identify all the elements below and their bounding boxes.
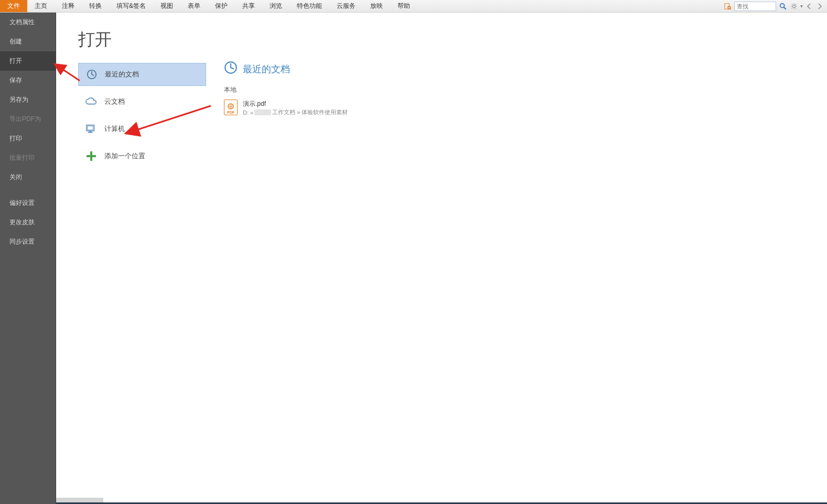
sidebar-item-create[interactable]: 创建: [0, 32, 56, 51]
recent-location-label: 本地: [224, 85, 827, 94]
menu-browse[interactable]: 浏览: [262, 0, 289, 12]
nav-forward-icon[interactable]: [815, 2, 824, 10]
menu-features[interactable]: 特色功能: [289, 0, 329, 12]
sidebar-item-skin[interactable]: 更改皮肤: [0, 213, 56, 232]
svg-rect-10: [88, 132, 93, 133]
clock-icon: [86, 69, 98, 80]
sub-item-recent[interactable]: 最近的文档: [78, 63, 206, 86]
menu-convert[interactable]: 转换: [82, 0, 109, 12]
sidebar-item-print[interactable]: 打印: [0, 129, 56, 148]
recent-file-path: D: » 工作文档 » 体验软件使用素材: [243, 108, 348, 116]
sub-item-label: 添加一个位置: [104, 151, 145, 161]
menu-share[interactable]: 共享: [235, 0, 262, 12]
settings-gear-icon[interactable]: [790, 2, 798, 10]
menu-fill-sign[interactable]: 填写&签名: [109, 0, 153, 12]
sub-item-add-location[interactable]: 添加一个位置: [78, 145, 206, 168]
sidebar-item-batch-print[interactable]: 批量打印: [0, 148, 56, 168]
pdf-file-icon: PDF: [224, 100, 238, 115]
sidebar-item-properties[interactable]: 文档属性: [0, 13, 56, 32]
svg-line-4: [784, 7, 786, 9]
sub-item-label: 最近的文档: [105, 70, 139, 79]
page-title: 打开: [78, 28, 205, 51]
menu-form[interactable]: 表单: [180, 0, 208, 12]
redacted-path-segment: [254, 109, 271, 115]
sidebar-item-open[interactable]: 打开: [0, 51, 56, 71]
search-go-icon[interactable]: [778, 2, 788, 11]
plus-icon: [85, 150, 97, 162]
menu-home[interactable]: 主页: [27, 0, 55, 12]
sidebar-item-close[interactable]: 关闭: [0, 168, 56, 187]
svg-point-5: [792, 5, 795, 7]
computer-icon: [85, 123, 97, 135]
sidebar-item-preferences[interactable]: 偏好设置: [0, 193, 56, 213]
svg-rect-12: [87, 155, 96, 157]
menu-present[interactable]: 放映: [363, 0, 390, 12]
recent-header: 最近的文档: [224, 61, 827, 77]
sub-item-label: 计算机: [104, 124, 125, 134]
sub-item-cloud[interactable]: 云文档: [78, 90, 206, 113]
cloud-icon: [85, 96, 97, 107]
bottom-border-decoration: [56, 498, 103, 502]
recent-header-title: 最近的文档: [243, 63, 290, 75]
nav-back-icon[interactable]: [805, 2, 813, 10]
search-input[interactable]: [734, 2, 776, 11]
sidebar-item-sync[interactable]: 同步设置: [0, 232, 56, 251]
menu-file[interactable]: 文件: [0, 0, 27, 12]
menu-view[interactable]: 视图: [153, 0, 180, 12]
menu-help[interactable]: 帮助: [390, 0, 417, 12]
svg-rect-8: [88, 126, 93, 130]
sidebar-item-export-pdf[interactable]: 导出PDF为: [0, 109, 56, 129]
recent-file-item[interactable]: PDF 演示.pdf D: » 工作文档 » 体验软件使用素材: [224, 97, 827, 118]
sidebar-item-save-as[interactable]: 另存为: [0, 90, 56, 109]
open-sub-panel: 打开 最近的文档 云文档 计算机: [56, 13, 205, 504]
menu-protect[interactable]: 保护: [208, 0, 235, 12]
svg-line-2: [730, 8, 731, 9]
clock-icon: [224, 61, 238, 77]
menu-annotate[interactable]: 注释: [55, 0, 82, 12]
menu-cloud[interactable]: 云服务: [329, 0, 363, 12]
file-sidebar: 文档属性 创建 打开 保存 另存为 导出PDF为 打印 批量打印 关闭 偏好设置…: [0, 13, 56, 504]
recent-documents-area: 最近的文档 本地 PDF 演示.pdf D: » 工作文档 » 体验软件使用素材: [205, 13, 827, 504]
sub-item-label: 云文档: [104, 97, 125, 106]
sub-item-computer[interactable]: 计算机: [78, 117, 206, 140]
recent-file-name: 演示.pdf: [243, 100, 348, 108]
search-highlight-icon[interactable]: [724, 2, 732, 10]
sidebar-item-save[interactable]: 保存: [0, 71, 56, 90]
top-menu-bar: 文件 主页 注释 转换 填写&签名 视图 表单 保护 共享 浏览 特色功能 云服…: [0, 0, 827, 13]
svg-rect-9: [89, 131, 91, 132]
